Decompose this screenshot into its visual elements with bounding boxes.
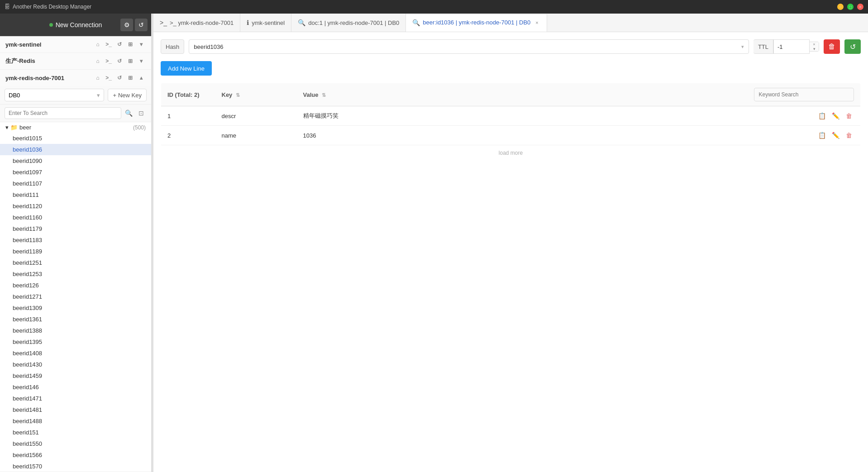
key-item[interactable]: beerid1408 bbox=[0, 348, 151, 359]
key-item[interactable]: beerid1471 bbox=[0, 393, 151, 404]
new-key-button[interactable]: + New Key bbox=[108, 89, 147, 101]
grid-icon-3[interactable]: ⊞ bbox=[126, 73, 135, 82]
key-item[interactable]: beerid1488 bbox=[0, 415, 151, 427]
keyword-search-input[interactable] bbox=[754, 88, 854, 101]
tab-label-ymk-redis-node-7001-terminal: >_ ymk-redis-node-7001 bbox=[170, 19, 234, 26]
minimize-button[interactable]: − bbox=[837, 4, 844, 10]
terminal-icon[interactable]: >_ bbox=[104, 40, 113, 49]
key-item[interactable]: beerid1120 bbox=[0, 200, 151, 212]
db-select[interactable]: DB0 ▾ bbox=[5, 89, 104, 101]
key-name-chevron-icon: ▾ bbox=[741, 44, 744, 50]
delete-key-button[interactable]: 🗑 bbox=[824, 39, 840, 54]
col-header-id: ID (Total: 2) bbox=[161, 83, 215, 106]
refresh-key-button[interactable]: ↺ bbox=[844, 39, 861, 54]
connection-name-shengchan-redis: 生产-Redis bbox=[5, 57, 35, 65]
key-item[interactable]: beerid111 bbox=[0, 189, 151, 200]
cell-actions: 📋✏️🗑 bbox=[748, 126, 861, 145]
connection-actions: ⌂ >_ ↺ ⊞ ▾ bbox=[93, 40, 146, 49]
col-header-key[interactable]: Key ⇅ bbox=[215, 83, 297, 106]
reload-icon[interactable]: ↺ bbox=[115, 40, 124, 49]
key-item[interactable]: beerid151 bbox=[0, 427, 151, 438]
key-item[interactable]: beerid1036 bbox=[0, 144, 151, 155]
key-item[interactable]: beerid1459 bbox=[0, 370, 151, 381]
edit-row-button[interactable]: ✏️ bbox=[830, 111, 840, 121]
home-icon-2[interactable]: ⌂ bbox=[93, 57, 102, 66]
cell-value: 精年磁摸巧笑 bbox=[297, 106, 748, 126]
key-name-field[interactable]: beerid1036 ▾ bbox=[189, 39, 749, 54]
new-connection-button[interactable]: New Connection ⚙ ↺ bbox=[0, 14, 151, 36]
ttl-decrement-button[interactable]: ▾ bbox=[810, 47, 819, 51]
delete-row-button[interactable]: 🗑 bbox=[844, 111, 854, 121]
key-item[interactable]: beerid1481 bbox=[0, 404, 151, 415]
load-more-row[interactable]: load more bbox=[161, 145, 861, 161]
delete-row-button[interactable]: 🗑 bbox=[844, 130, 854, 140]
key-item[interactable]: beerid1107 bbox=[0, 178, 151, 189]
sidebar-toolbar: ⚙ ↺ bbox=[120, 19, 148, 31]
chevron-down-icon[interactable]: ▾ bbox=[137, 40, 146, 49]
ttl-label: TTL bbox=[754, 39, 773, 54]
key-item[interactable]: beerid146 bbox=[0, 381, 151, 393]
filter-icon[interactable]: ⊡ bbox=[136, 108, 147, 119]
chevron-up-icon[interactable]: ▴ bbox=[137, 73, 146, 82]
grid-icon[interactable]: ⊞ bbox=[126, 40, 135, 49]
chevron-down-icon-2[interactable]: ▾ bbox=[137, 57, 146, 66]
key-item[interactable]: beerid1550 bbox=[0, 438, 151, 449]
tab-beer-id1036-tab[interactable]: 🔍beer:id1036 | ymk-redis-node-7001 | DB0… bbox=[406, 14, 547, 32]
copy-row-button[interactable]: 📋 bbox=[817, 111, 827, 121]
folder-beer[interactable]: ▾ 📁 beer (500) bbox=[0, 122, 151, 133]
home-icon-3[interactable]: ⌂ bbox=[93, 73, 102, 82]
connection-header-shengchan-redis[interactable]: 生产-Redis ⌂ >_ ↺ ⊞ ▾ bbox=[0, 53, 151, 69]
key-item[interactable]: beerid1189 bbox=[0, 246, 151, 257]
edit-row-button[interactable]: ✏️ bbox=[830, 130, 840, 140]
search-icon[interactable]: 🔍 bbox=[123, 108, 134, 119]
connection-header-ymk-sentinel[interactable]: ymk-sentinel ⌂ >_ ↺ ⊞ ▾ bbox=[0, 36, 151, 52]
key-item[interactable]: beerid1566 bbox=[0, 449, 151, 461]
close-button[interactable]: × bbox=[857, 4, 863, 10]
key-item[interactable]: beerid126 bbox=[0, 280, 151, 291]
key-item[interactable]: beerid1015 bbox=[0, 133, 151, 144]
key-item[interactable]: beerid1097 bbox=[0, 167, 151, 178]
key-item[interactable]: beerid1361 bbox=[0, 314, 151, 325]
key-item[interactable]: beerid1388 bbox=[0, 325, 151, 336]
tab-icon-ymk-sentinel-tab: ℹ bbox=[247, 19, 249, 26]
key-item[interactable]: beerid1253 bbox=[0, 268, 151, 280]
key-item[interactable]: beerid1309 bbox=[0, 302, 151, 314]
ttl-field[interactable]: -1 bbox=[773, 39, 810, 54]
home-icon[interactable]: ⌂ bbox=[93, 40, 102, 49]
copy-row-button[interactable]: 📋 bbox=[817, 130, 827, 140]
key-item[interactable]: beerid1570 bbox=[0, 461, 151, 472]
key-item[interactable]: beerid1179 bbox=[0, 223, 151, 234]
col-header-value[interactable]: Value ⇅ bbox=[297, 83, 748, 106]
tab-doc1-tab[interactable]: 🔍doc:1 | ymk-redis-node-7001 | DB0 bbox=[291, 14, 406, 32]
tab-ymk-redis-node-7001-terminal[interactable]: >_>_ ymk-redis-node-7001 bbox=[153, 14, 240, 32]
terminal-icon-2[interactable]: >_ bbox=[104, 57, 113, 66]
key-item[interactable]: beerid1271 bbox=[0, 291, 151, 302]
tab-close-beer-id1036-tab[interactable]: × bbox=[533, 19, 540, 26]
terminal-icon-3[interactable]: >_ bbox=[104, 73, 113, 82]
refresh-button[interactable]: ↺ bbox=[135, 19, 148, 31]
add-new-line-button[interactable]: Add New Line bbox=[161, 61, 212, 76]
connection-header-ymk-redis-node-7001[interactable]: ymk-redis-node-7001 ⌂ >_ ↺ ⊞ ▴ bbox=[0, 70, 151, 86]
search-input[interactable] bbox=[5, 107, 121, 119]
key-item[interactable]: beerid1395 bbox=[0, 336, 151, 348]
settings-button[interactable]: ⚙ bbox=[120, 19, 133, 31]
key-item[interactable]: beerid1090 bbox=[0, 155, 151, 167]
reload-icon-3[interactable]: ↺ bbox=[115, 73, 124, 82]
connection-group-shengchan-redis: 生产-Redis ⌂ >_ ↺ ⊞ ▾ bbox=[0, 53, 151, 70]
key-item[interactable]: beerid1183 bbox=[0, 234, 151, 246]
key-item[interactable]: beerid1160 bbox=[0, 212, 151, 223]
titlebar: 🗄 Another Redis Desktop Manager − □ × bbox=[0, 0, 868, 14]
ttl-group: TTL -1 × ▾ bbox=[754, 39, 819, 54]
load-more-label: load more bbox=[161, 145, 861, 161]
ttl-increment-button[interactable]: × bbox=[810, 42, 819, 47]
reload-icon-2[interactable]: ↺ bbox=[115, 57, 124, 66]
grid-icon-2[interactable]: ⊞ bbox=[126, 57, 135, 66]
key-item[interactable]: beerid1430 bbox=[0, 359, 151, 370]
col-header-search bbox=[748, 83, 861, 106]
table-body: 1descr精年磁摸巧笑📋✏️🗑2name1036📋✏️🗑load more bbox=[161, 106, 861, 161]
key-item[interactable]: beerid1251 bbox=[0, 257, 151, 268]
key-name-value: beerid1036 bbox=[194, 43, 223, 50]
tab-ymk-sentinel-tab[interactable]: ℹymk-sentinel bbox=[240, 14, 291, 32]
new-key-label: New Key bbox=[118, 92, 142, 99]
maximize-button[interactable]: □ bbox=[847, 4, 854, 10]
